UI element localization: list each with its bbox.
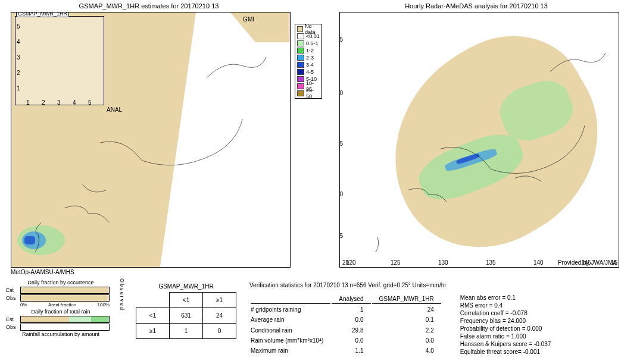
fractions-block: Daily fraction by occurrence Est Obs 0% …	[0, 278, 119, 356]
occ-obs-row: Obs	[6, 294, 116, 302]
rain-est-bar	[20, 316, 110, 323]
left-map-title: GSMAP_MWR_1HR estimates for 20170210 13	[0, 0, 298, 12]
ctable-bl: 1	[170, 324, 203, 339]
verif-cell: 29.8	[332, 325, 370, 334]
verif-table: Analysed GSMAP_MWR_1HR # gridpoints rain…	[249, 293, 442, 356]
metric-row: False alarm ratio = 1.000	[460, 333, 551, 340]
verif-cell: 0.0	[372, 336, 441, 345]
verif-title: Verification statistics for 20170210 13 …	[249, 282, 638, 288]
ctable-tr: 24	[203, 308, 236, 324]
verif-cell: 2.2	[372, 325, 441, 334]
rain-obs-bar	[20, 324, 110, 331]
occ-axis: 0% Areal fraction 100%	[20, 302, 110, 307]
right-ytick: 40	[339, 90, 343, 96]
provider-credit: Provided by JWA/JMA	[558, 259, 617, 266]
ctable-col2: ≥1	[203, 293, 236, 308]
est-label: Est	[6, 287, 18, 293]
right-map-panel: Hourly Radar-AMeDAS analysis for 2017021…	[310, 0, 643, 277]
nodata-corner	[230, 12, 291, 42]
top-map-row: GSMAP_MWR_1HR estimates for 20170210 13 …	[0, 0, 643, 277]
metric-row: RMS error = 0.4	[460, 302, 551, 309]
occ-est-row: Est	[6, 287, 116, 294]
right-ytick: 45	[339, 36, 343, 43]
est-label: Est	[6, 316, 18, 322]
observed-vertical-label: Observed	[119, 278, 127, 356]
legend-swatch	[297, 69, 304, 75]
metric-row: Hanssen & Kuipers score = -0.037	[460, 341, 551, 347]
legend-swatch	[297, 90, 304, 96]
ctable-title: GSMAP_MWR_1HR	[136, 283, 236, 290]
inset-xtick: 2	[42, 99, 45, 106]
right-xtick: 140	[533, 259, 544, 266]
legend-swatch	[297, 55, 304, 61]
verif-columns: Analysed GSMAP_MWR_1HR # gridpoints rain…	[249, 293, 638, 356]
inset-xtick: 1	[26, 99, 30, 106]
metric-row: Correlation coeff = -0.078	[460, 310, 551, 316]
gmi-label: GMI	[243, 16, 254, 23]
verif-cell: 0.1	[372, 315, 441, 324]
verif-cell: 0.0	[332, 336, 370, 345]
accum-title: Rainfall accumulation by amount	[6, 331, 116, 337]
left-map-area: 1 2 3 4 5 1 2 3 4 5 GSMAP_MWR_1HR ANAL G…	[11, 12, 291, 268]
right-xtick: 135	[486, 259, 496, 266]
inset-ytick: 4	[17, 39, 20, 45]
right-map-title: Hourly Radar-AMeDAS analysis for 2017021…	[310, 0, 643, 12]
verif-cell: 24	[372, 305, 441, 314]
contingency-table: GSMAP_MWR_1HR <1 ≥1 <1 631 24 ≥1 1 0	[136, 283, 236, 356]
metric-row: Probability of detection = 0.000	[460, 325, 551, 332]
ctable-row2: ≥1	[136, 324, 170, 339]
right-ytick: 30	[339, 191, 343, 197]
verif-cell: 1	[332, 305, 370, 314]
legend-swatch	[297, 83, 304, 89]
verif-row-label: Conditional rain	[251, 325, 330, 334]
obs-label: Obs	[6, 324, 18, 330]
legend-swatch	[297, 48, 304, 54]
sensor-label: MetOp-A/AMSU-A/MHS	[11, 269, 298, 277]
occ-obs-bar	[20, 294, 110, 302]
verif-cell: 0.0	[332, 315, 370, 324]
right-map-area: 45 40 35 30 25 20 120 125 130 135 140 14…	[339, 12, 619, 268]
legend-swatch	[297, 76, 304, 82]
right-xtick: 130	[438, 259, 448, 266]
legend-swatch	[297, 62, 304, 68]
left-map-inset: 1 2 3 4 5 1 2 3 4 5	[15, 16, 104, 105]
verif-row-label: Average rain	[251, 315, 330, 324]
verif-row-label: Rain volume (mm*km²x10⁴)	[251, 336, 330, 345]
anal-label: ANAL	[107, 106, 122, 113]
rain-obs-row: Obs	[6, 324, 116, 331]
right-ytick: 35	[339, 140, 343, 147]
inset-xtick: 4	[73, 99, 76, 106]
verif-row-label: Maximum rain	[251, 346, 330, 355]
precip-blob-heavy	[24, 236, 35, 244]
legend-swatch	[297, 33, 304, 39]
right-xtick: 125	[391, 259, 401, 266]
bottom-panel: Daily fraction by occurrence Est Obs 0% …	[0, 277, 643, 356]
legend-swatch	[297, 40, 304, 46]
left-inset-label: GSMAP_MWR_1HR	[16, 12, 69, 17]
ctable-col1: <1	[170, 293, 203, 308]
ctable-tl: 631	[170, 308, 203, 324]
verif-cell: 1.1	[332, 346, 370, 355]
metric-row: Frequency bias = 24.000	[460, 318, 551, 324]
right-ytick: 25	[339, 233, 343, 239]
verif-col-analysed: Analysed	[332, 294, 370, 304]
inset-ytick: 5	[17, 23, 20, 30]
right-xtick: 120	[346, 259, 356, 266]
inset-ytick: 1	[17, 85, 20, 92]
axis-mid: Areal fraction	[48, 302, 76, 307]
verif-cell: 4.0	[372, 346, 441, 355]
occ-title: Daily fraction by occurrence	[6, 280, 116, 285]
inset-ytick: 3	[17, 54, 20, 61]
ctable-row1: <1	[136, 308, 170, 324]
inset-ytick: 2	[17, 70, 20, 76]
legend-swatch	[297, 26, 303, 32]
inset-xtick: 3	[57, 99, 61, 106]
ctable-br: 0	[203, 324, 236, 339]
metric-row: Mean abs error = 0.1	[460, 294, 551, 301]
inset-xtick: 5	[88, 99, 92, 106]
metric-row: Equitable threat score= -0.001	[460, 349, 551, 355]
verification-block: Verification statistics for 20170210 13 …	[245, 278, 643, 356]
verif-col-model: GSMAP_MWR_1HR	[372, 294, 441, 304]
axis-hi: 100%	[98, 302, 110, 307]
left-map-panel: GSMAP_MWR_1HR estimates for 20170210 13 …	[0, 0, 298, 277]
